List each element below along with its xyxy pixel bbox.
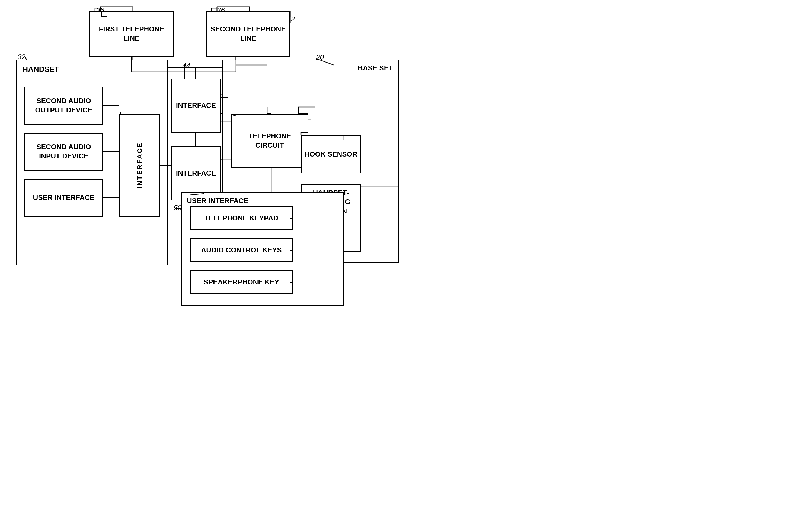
speakerphone-key-box: SPEAKERPHONE KEY (190, 270, 293, 294)
ref-44: 44 (182, 62, 190, 70)
audio-control-keys-label: AUDIO CONTROL KEYS (201, 246, 281, 255)
first-telephone-line-label: FIRST TELEPHONE LINE (92, 25, 171, 43)
second-audio-output-box: SECOND AUDIO OUTPUT DEVICE (24, 87, 103, 124)
diagram: 32 26 24 58 52 36 40 36 42 44 22 20 34 3… (0, 0, 812, 506)
user-interface-handset-label: USER INTERFACE (33, 193, 95, 202)
telephone-circuit-label: TELEPHONE CIRCUIT (234, 132, 306, 150)
second-audio-input-box: SECOND AUDIO INPUT DEVICE (24, 133, 103, 171)
first-telephone-line-box: FIRST TELEPHONE LINE (89, 11, 174, 57)
telephone-circuit-box: TELEPHONE CIRCUIT (231, 114, 309, 168)
telephone-keypad-label: TELEPHONE KEYPAD (204, 214, 278, 223)
hook-sensor-box: HOOK SENSOR (301, 136, 361, 173)
telephone-keypad-box: TELEPHONE KEYPAD (190, 206, 293, 230)
handset-label: HANDSET (22, 65, 59, 74)
speakerphone-key-label: SPEAKERPHONE KEY (204, 278, 279, 287)
hook-sensor-label: HOOK SENSOR (304, 150, 357, 159)
second-audio-output-label: SECOND AUDIO OUTPUT DEVICE (27, 96, 100, 115)
user-interface-handset-box: USER INTERFACE (24, 179, 103, 217)
user-interface-main-label: USER INTERFACE (187, 196, 249, 205)
interface-left-top-label: INTERFACE (176, 101, 216, 110)
interface-handset-label: INTERFACE (135, 142, 144, 188)
second-audio-input-label: SECOND AUDIO INPUT DEVICE (27, 143, 100, 161)
base-set-label: BASE SET (358, 64, 393, 73)
interface-left-bottom-label: INTERFACE (176, 169, 216, 178)
interface-handset-box: INTERFACE (119, 114, 160, 217)
interface-left-top-box: INTERFACE (171, 79, 221, 133)
second-telephone-line-label: SECOND TELEPHONE LINE (209, 25, 287, 43)
second-telephone-line-box: SECOND TELEPHONE LINE (206, 11, 290, 57)
ref-50: 50 (174, 204, 182, 212)
audio-control-keys-box: AUDIO CONTROL KEYS (190, 238, 293, 262)
